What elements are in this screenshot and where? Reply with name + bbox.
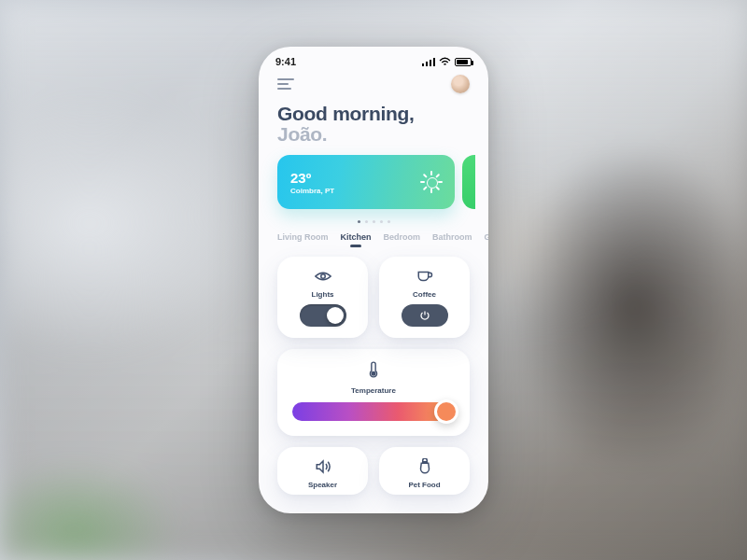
thermometer-icon xyxy=(368,360,379,379)
phone-frame: 9:41 Good morning, João. 23º Coimbra, PT xyxy=(259,47,488,513)
status-time: 9:41 xyxy=(275,56,296,67)
pet-food-icon xyxy=(416,458,433,475)
tab-living-room[interactable]: Living Room xyxy=(277,232,329,247)
page-dot[interactable] xyxy=(380,220,383,223)
page-dot[interactable] xyxy=(373,220,375,223)
page-dot[interactable] xyxy=(365,220,368,223)
page-dot[interactable] xyxy=(358,220,360,223)
battery-icon xyxy=(455,58,472,66)
svg-point-0 xyxy=(320,274,325,279)
device-card-petfood: Pet Food xyxy=(379,447,470,495)
page-dot[interactable] xyxy=(388,220,390,223)
lights-toggle[interactable] xyxy=(300,304,346,327)
tab-bedroom[interactable]: Bedroom xyxy=(384,232,421,247)
svg-point-1 xyxy=(372,372,375,376)
tab-kitchen[interactable]: Kitchen xyxy=(341,232,372,247)
device-card-temperature: Temperature xyxy=(277,349,470,436)
device-grid: Lights Coffee xyxy=(259,257,488,338)
greeting-line1: Good morning, xyxy=(277,103,470,125)
weather-text: 23º Coimbra, PT xyxy=(290,170,334,195)
page-indicator xyxy=(259,209,488,232)
coffee-cup-icon xyxy=(416,268,433,285)
avatar[interactable] xyxy=(451,75,470,93)
device-label: Pet Food xyxy=(408,481,440,489)
sun-icon xyxy=(421,172,442,192)
device-grid-row2: Speaker Pet Food xyxy=(259,436,488,495)
cellular-signal-icon xyxy=(422,58,435,66)
coffee-power-button[interactable] xyxy=(402,304,448,327)
power-icon xyxy=(419,310,430,321)
room-tabs: Living Room Kitchen Bedroom Bathroom G xyxy=(259,232,488,257)
top-bar xyxy=(259,71,488,99)
device-card-speaker: Speaker xyxy=(277,447,368,495)
weather-location: Coimbra, PT xyxy=(290,187,334,195)
tab-bathroom[interactable]: Bathroom xyxy=(432,232,472,247)
speaker-icon xyxy=(315,458,331,475)
eye-icon xyxy=(315,268,331,285)
greeting: Good morning, João. xyxy=(259,99,488,155)
info-cards-row: 23º Coimbra, PT xyxy=(259,155,488,209)
status-bar: 9:41 xyxy=(259,47,488,71)
status-indicators xyxy=(422,57,472,66)
device-label: Temperature xyxy=(351,386,396,395)
device-card-lights: Lights xyxy=(277,257,368,338)
device-card-coffee: Coffee xyxy=(379,257,470,338)
weather-card[interactable]: 23º Coimbra, PT xyxy=(277,155,455,209)
next-card-peek[interactable] xyxy=(462,155,475,209)
weather-temperature: 23º xyxy=(290,170,334,186)
device-label: Coffee xyxy=(413,290,436,299)
greeting-name: João. xyxy=(277,123,470,146)
menu-icon[interactable] xyxy=(277,78,294,90)
wifi-icon xyxy=(439,57,451,66)
device-label: Speaker xyxy=(308,481,337,489)
device-label: Lights xyxy=(312,290,334,299)
tab-more[interactable]: G xyxy=(485,232,488,247)
temperature-slider[interactable] xyxy=(292,402,455,421)
